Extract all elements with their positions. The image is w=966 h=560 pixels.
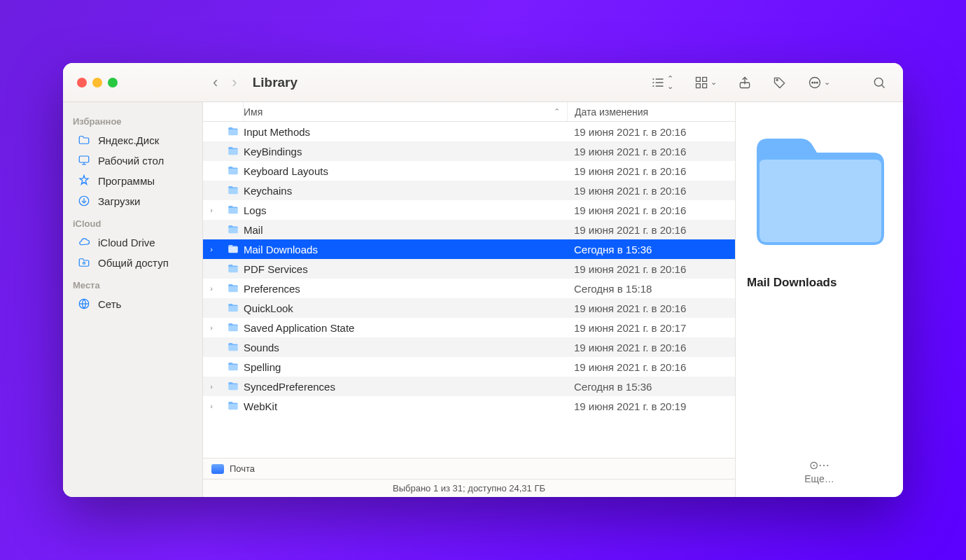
file-row[interactable]: Mail19 июня 2021 г. в 20:16 [203,220,735,239]
file-row[interactable]: ›PreferencesСегодня в 15:18 [203,279,735,298]
sidebar-item[interactable]: Загрузки [67,191,198,211]
action-button[interactable]: ⌄ [808,76,830,90]
updown-icon: ⌃⌄ [667,75,673,90]
share-button[interactable] [738,76,752,90]
file-name: Input Methods [241,126,567,138]
disclosure-triangle-icon[interactable]: › [203,206,220,214]
group-button[interactable]: ⌄ [694,76,717,90]
finder-window: ‹ › Library ⌃⌄ ⌄ ⌄ [63,63,903,497]
disclosure-triangle-icon[interactable]: › [203,323,220,332]
back-button[interactable]: ‹ [213,74,218,92]
svg-point-22 [83,262,85,264]
search-button[interactable] [872,76,886,90]
view-list-button[interactable]: ⌃⌄ [651,75,673,90]
sidebar-item-label: Общий доступ [98,257,169,269]
list-icon [651,76,665,90]
folder-icon [225,125,241,138]
file-row[interactable]: PDF Services19 июня 2021 г. в 20:16 [203,259,735,279]
tags-button[interactable] [773,76,787,90]
file-row[interactable]: Keyboard Layouts19 июня 2021 г. в 20:16 [203,161,735,181]
file-row[interactable]: Spelling19 июня 2021 г. в 20:16 [203,357,735,377]
file-name: PDF Services [241,263,567,275]
preview-folder-icon [750,129,890,248]
file-row[interactable]: Sounds19 июня 2021 г. в 20:16 [203,337,735,357]
file-row[interactable]: ›Logs19 июня 2021 г. в 20:16 [203,200,735,220]
svg-rect-8 [696,83,701,88]
cloud-icon [77,236,91,248]
file-date: 19 июня 2021 г. в 20:17 [567,322,735,334]
sidebar-item[interactable]: Яндекс.Диск [67,130,198,150]
search-icon [872,76,886,90]
sidebar-item[interactable]: Программы [67,171,198,190]
tag-icon [773,76,787,90]
svg-point-4 [653,82,654,83]
file-row[interactable]: Keychains19 июня 2021 г. в 20:16 [203,181,735,200]
ellipsis-circle-icon [808,76,822,90]
chevron-down-icon: ⌄ [710,78,717,86]
file-name: SyncedPreferences [241,381,567,393]
svg-point-14 [814,82,816,83]
sort-asc-icon: ⌃ [554,107,560,116]
disclosure-triangle-icon[interactable]: › [203,382,220,391]
svg-point-5 [653,85,654,86]
preview-more-label: Еще… [804,473,834,484]
file-date: 19 июня 2021 г. в 20:16 [567,302,735,314]
file-date: 19 июня 2021 г. в 20:16 [567,146,735,158]
file-name: Spelling [241,361,567,373]
file-date: 19 июня 2021 г. в 20:16 [567,185,735,197]
sidebar-item[interactable]: iCloud Drive [67,232,198,252]
toolbar: ‹ › Library ⌃⌄ ⌄ ⌄ [63,63,903,102]
download-icon [77,195,91,207]
disclosure-triangle-icon[interactable]: › [203,402,220,410]
file-row[interactable]: ›WebKit19 июня 2021 г. в 20:19 [203,396,735,416]
preview-more[interactable]: ⊙⋯ Еще… [804,458,834,490]
window-body: ИзбранноеЯндекс.ДискРабочий столПрограмм… [63,102,903,497]
sidebar-item[interactable]: Рабочий стол [67,150,198,170]
file-row[interactable]: ›Saved Application State19 июня 2021 г. … [203,318,735,337]
file-name: Keyboard Layouts [241,165,567,177]
svg-point-16 [874,78,883,86]
column-name[interactable]: Имя ⌃ [244,102,567,121]
sidebar-item-label: Программы [98,175,155,187]
zoom-window-button[interactable] [108,78,118,88]
main-area: Имя ⌃ Дата изменения Input Methods19 июн… [203,102,735,497]
tag-label: Почта [230,463,255,474]
folder-icon [77,134,91,146]
sidebar: ИзбранноеЯндекс.ДискРабочий столПрограмм… [63,102,203,497]
ellipsis-icon: ⊙⋯ [804,458,834,472]
svg-rect-18 [79,156,89,162]
disclosure-triangle-icon[interactable]: › [203,284,220,293]
sidebar-item[interactable]: Общий доступ [67,253,198,272]
file-row[interactable]: QuickLook19 июня 2021 г. в 20:16 [203,298,735,318]
forward-button[interactable]: › [232,74,237,92]
mail-app-icon [211,464,224,474]
globe-icon [77,298,91,310]
file-date: 19 июня 2021 г. в 20:16 [567,263,735,275]
toolbar-buttons: ⌃⌄ ⌄ ⌄ [651,75,903,90]
file-date: 19 июня 2021 г. в 20:16 [567,342,735,354]
file-date: 19 июня 2021 г. в 20:16 [567,224,735,236]
apps-icon [77,174,91,187]
share-icon [738,76,752,90]
file-name: Keychains [241,185,567,197]
column-modified-label: Дата изменения [575,106,648,118]
file-row[interactable]: Input Methods19 июня 2021 г. в 20:16 [203,122,735,141]
file-row[interactable]: KeyBindings19 июня 2021 г. в 20:16 [203,141,735,161]
close-window-button[interactable] [77,78,87,88]
file-row[interactable]: ›SyncedPreferencesСегодня в 15:36 [203,377,735,396]
file-row[interactable]: ›Mail DownloadsСегодня в 15:36 [203,239,735,259]
file-name: Mail [241,224,567,236]
sidebar-item[interactable]: Сеть [67,294,198,314]
file-date: 19 июня 2021 г. в 20:16 [567,165,735,177]
sidebar-item-label: Загрузки [98,195,140,207]
folder-icon [225,262,241,275]
status-text: Выбрано 1 из 31; доступно 24,31 ГБ [393,483,545,493]
file-name: Saved Application State [241,322,567,334]
minimize-window-button[interactable] [92,78,102,88]
svg-rect-7 [703,77,707,81]
file-list[interactable]: Input Methods19 июня 2021 г. в 20:16KeyB… [203,122,735,458]
column-modified[interactable]: Дата изменения [567,102,735,121]
file-date: Сегодня в 15:36 [567,244,735,255]
folder-icon [225,243,241,255]
disclosure-triangle-icon[interactable]: › [203,245,220,253]
